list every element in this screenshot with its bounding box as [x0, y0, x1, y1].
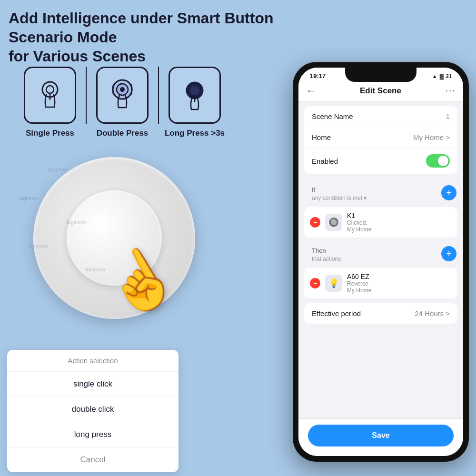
save-button[interactable]: Save — [308, 425, 454, 446]
action-cancel-button[interactable]: Cancel — [7, 447, 178, 472]
enabled-toggle[interactable] — [426, 154, 450, 168]
phone-mockup: 19:17 ▲ ▓ 21 ← Edit Scene ··· Scene Name — [293, 62, 469, 462]
watermark-1: loginovo — [19, 195, 39, 201]
effective-period-value[interactable]: 24 Hours > — [415, 309, 450, 317]
effective-period-label: Effective period — [312, 309, 361, 317]
single-press-item: Single Press — [14, 67, 86, 138]
scene-name-label: Scene Name — [312, 112, 353, 120]
wifi-icon: ▲ — [432, 73, 437, 79]
phone-screen: 19:17 ▲ ▓ 21 ← Edit Scene ··· Scene Name — [298, 68, 463, 456]
status-time: 19:17 — [310, 72, 326, 79]
effective-period-row[interactable]: Effective period 24 Hours > — [304, 303, 457, 324]
k1-device-name: K1 — [347, 212, 452, 219]
a60-device-info: A60 EZ Reverse My Home — [347, 273, 452, 294]
then-label: Then — [305, 243, 347, 256]
watermark-5: loginovo — [48, 167, 67, 172]
if-section-header: If any condition is met ▾ + — [298, 178, 463, 205]
long-press-icon-box — [169, 67, 221, 124]
app-content: Scene Name 1 Home My Home > Enabled — [298, 101, 463, 437]
save-bar: Save — [298, 418, 463, 456]
battery-level: 21 — [446, 73, 452, 79]
action-long-press[interactable]: long press — [7, 422, 178, 447]
k1-device-icon: 🔘 — [325, 214, 342, 231]
app-title: Edit Scene — [360, 86, 401, 96]
long-press-item: Long Press >3s — [159, 67, 230, 138]
press-types-row: Single Press Double Press — [14, 67, 230, 138]
more-options-button[interactable]: ··· — [446, 86, 456, 96]
if-condition: any condition is met ▾ — [305, 195, 373, 203]
double-press-label: Double Press — [97, 129, 149, 138]
single-press-label: Single Press — [26, 129, 74, 138]
effective-period-card: Effective period 24 Hours > — [304, 303, 457, 324]
k1-device-detail2: My Home — [347, 226, 452, 233]
action-double-click[interactable]: double click — [7, 397, 178, 422]
app-header: ← Edit Scene ··· — [298, 81, 463, 101]
then-section-header: Then that actions + — [298, 239, 463, 266]
enabled-row: Enabled — [304, 148, 457, 174]
home-row: Home My Home > — [304, 127, 457, 148]
home-value[interactable]: My Home > — [413, 133, 450, 141]
back-button[interactable]: ← — [306, 85, 316, 96]
a60-remove-button[interactable]: − — [310, 278, 320, 288]
phone-notch — [345, 68, 416, 82]
phone-outer-shell: 19:17 ▲ ▓ 21 ← Edit Scene ··· Scene Name — [293, 62, 469, 462]
scene-name-row: Scene Name 1 — [304, 106, 457, 127]
k1-device-row: − 🔘 K1 Clicked. My Home — [304, 207, 457, 238]
scene-info-card: Scene Name 1 Home My Home > Enabled — [304, 106, 457, 174]
if-label: If — [305, 182, 373, 195]
single-press-icon-box — [24, 67, 76, 124]
svg-point-7 — [190, 86, 199, 95]
page-header: Add Intelligence under Smart Button Scen… — [9, 9, 275, 66]
if-condition-text: any condition is met — [312, 195, 362, 201]
svg-point-1 — [46, 86, 54, 93]
then-condition: that actions — [305, 256, 347, 264]
k1-device-info: K1 Clicked. My Home — [347, 212, 452, 233]
action-selection-popup: Action selection single click double cli… — [7, 350, 178, 472]
home-label: Home — [312, 133, 331, 141]
battery-icon: ▓ — [440, 73, 444, 79]
svg-point-5 — [120, 87, 125, 92]
double-press-icon-box — [96, 67, 149, 124]
add-then-action-button[interactable]: + — [441, 246, 456, 261]
action-single-click[interactable]: single click — [7, 372, 178, 397]
a60-device-name: A60 EZ — [347, 273, 452, 280]
add-if-condition-button[interactable]: + — [441, 185, 456, 200]
condition-dropdown-icon[interactable]: ▾ — [364, 195, 367, 201]
long-press-label: Long Press >3s — [165, 129, 225, 138]
double-press-item: Double Press — [87, 67, 158, 138]
a60-device-detail2: My Home — [347, 287, 452, 294]
a60-device-detail1: Reverse — [347, 280, 452, 287]
scene-name-value[interactable]: 1 — [446, 112, 450, 120]
a60-device-row: − 💡 A60 EZ Reverse My Home — [304, 268, 457, 298]
enabled-label: Enabled — [312, 157, 338, 165]
action-popup-header: Action selection — [7, 350, 178, 372]
status-icons: ▲ ▓ 21 — [432, 73, 452, 79]
k1-device-detail1: Clicked. — [347, 219, 452, 226]
a60-device-icon: 💡 — [325, 275, 342, 292]
k1-remove-button[interactable]: − — [310, 217, 320, 228]
